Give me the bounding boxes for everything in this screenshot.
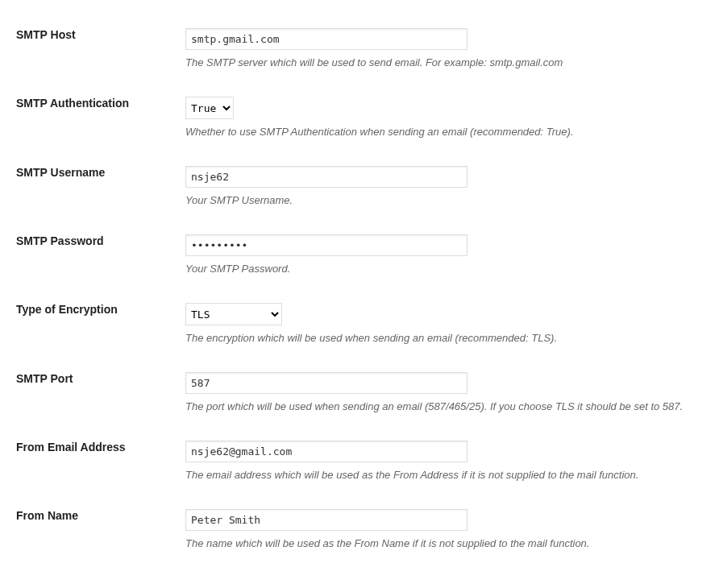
smtp-port-input[interactable] xyxy=(185,372,468,394)
smtp-auth-select[interactable]: True xyxy=(185,97,234,119)
row-smtp-host: SMTP Host The SMTP server which will be … xyxy=(16,16,703,85)
row-smtp-auth: SMTP Authentication True Whether to use … xyxy=(16,85,703,154)
smtp-settings-form: SMTP Host The SMTP server which will be … xyxy=(16,16,703,565)
label-encryption: Type of Encryption xyxy=(16,291,185,360)
row-smtp-password: SMTP Password Your SMTP Password. xyxy=(16,222,703,291)
label-smtp-host: SMTP Host xyxy=(16,16,185,85)
desc-smtp-host: The SMTP server which will be used to se… xyxy=(185,56,695,68)
smtp-password-input[interactable] xyxy=(185,234,468,256)
desc-encryption: The encryption which will be used when s… xyxy=(185,332,695,344)
row-smtp-username: SMTP Username Your SMTP Username. xyxy=(16,154,703,222)
label-smtp-username: SMTP Username xyxy=(16,154,185,222)
from-name-input[interactable] xyxy=(185,509,468,531)
label-smtp-auth: SMTP Authentication xyxy=(16,85,185,154)
from-email-input[interactable] xyxy=(185,441,468,462)
desc-smtp-auth: Whether to use SMTP Authentication when … xyxy=(185,126,695,138)
label-from-name: From Name xyxy=(16,497,185,565)
smtp-host-input[interactable] xyxy=(185,28,468,50)
desc-smtp-username: Your SMTP Username. xyxy=(185,194,695,206)
desc-smtp-port: The port which will be used when sending… xyxy=(185,400,695,412)
row-encryption: Type of Encryption TLS The encryption wh… xyxy=(16,291,703,360)
desc-from-name: The name which will be used as the From … xyxy=(185,537,695,549)
row-from-email: From Email Address The email address whi… xyxy=(16,429,703,497)
desc-from-email: The email address which will be used as … xyxy=(185,469,695,481)
smtp-username-input[interactable] xyxy=(185,166,468,188)
label-smtp-password: SMTP Password xyxy=(16,222,185,291)
row-from-name: From Name The name which will be used as… xyxy=(16,497,703,565)
encryption-select[interactable]: TLS xyxy=(185,303,282,325)
submit-row: Save Changes xyxy=(16,576,703,588)
row-smtp-port: SMTP Port The port which will be used wh… xyxy=(16,360,703,429)
desc-smtp-password: Your SMTP Password. xyxy=(185,263,695,275)
label-from-email: From Email Address xyxy=(16,429,185,497)
label-smtp-port: SMTP Port xyxy=(16,360,185,429)
